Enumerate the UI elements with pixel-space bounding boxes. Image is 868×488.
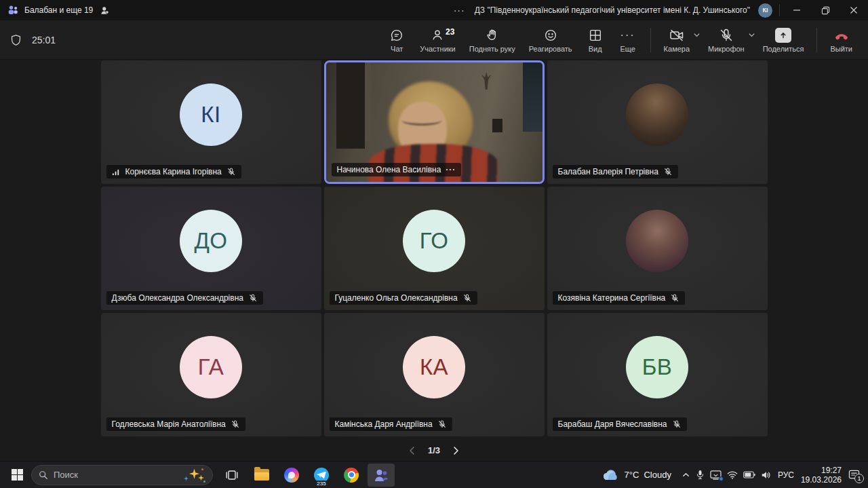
account-avatar[interactable]: КІ bbox=[758, 3, 772, 18]
participant-name: Камінська Даря Андріївна bbox=[335, 419, 433, 429]
file-explorer-icon bbox=[254, 469, 269, 481]
task-view-button[interactable] bbox=[218, 464, 245, 487]
initials-avatar: КА bbox=[403, 336, 465, 398]
initials-avatar: ДО bbox=[180, 210, 242, 272]
more-button[interactable]: ··· Еще bbox=[612, 24, 644, 56]
next-page-chevron-icon[interactable] bbox=[451, 446, 460, 455]
participant-name-pill: Гуцаленко Ольга Олександрівна bbox=[330, 291, 477, 305]
weather-condition: Cloudy bbox=[644, 470, 671, 480]
camera-button[interactable]: Камера bbox=[658, 24, 696, 56]
participant-name-pill: Балабан Валерія Петрівна bbox=[553, 165, 678, 179]
participants-label: Участники bbox=[420, 45, 456, 53]
share-label: Поделиться bbox=[763, 45, 804, 53]
camera-label: Камера bbox=[664, 45, 690, 53]
more-ellipsis-icon: ··· bbox=[620, 27, 635, 43]
participant-tile[interactable]: КІ Корнєєва Карина Ігорівна bbox=[101, 60, 321, 184]
participants-count-icon bbox=[100, 5, 110, 16]
tile-more-menu[interactable]: ··· bbox=[446, 165, 456, 174]
clock-date: 19.03.2026 bbox=[801, 475, 842, 485]
minimize-button[interactable] bbox=[783, 0, 811, 20]
participant-tile[interactable]: Козявіна Катерина Сергіївна bbox=[547, 187, 768, 310]
tray-chevron-up-icon[interactable] bbox=[682, 470, 690, 479]
mic-muted-icon bbox=[672, 419, 682, 429]
view-button[interactable]: Вид bbox=[580, 24, 611, 56]
taskbar-search[interactable] bbox=[31, 465, 213, 485]
windows-taskbar: 235 7°C Cloudy bbox=[0, 461, 868, 488]
task-view-icon bbox=[225, 468, 239, 482]
meeting-stage: КІ Корнєєва Карина Ігорівна Начинова Оле… bbox=[0, 60, 868, 461]
participant-name: Козявіна Катерина Сергіївна bbox=[558, 293, 666, 303]
start-button[interactable] bbox=[5, 464, 28, 487]
participant-name: Балабан Валерія Петрівна bbox=[558, 167, 658, 176]
window-titlebar: Балабан и еще 19 ··· ДЗ "Південноукраїнс… bbox=[0, 0, 868, 20]
participant-tile[interactable]: Балабан Валерія Петрівна bbox=[547, 60, 768, 184]
prev-page-chevron-icon[interactable] bbox=[408, 446, 417, 455]
teams-taskbar-button[interactable] bbox=[368, 464, 395, 487]
cast-active-dot bbox=[719, 476, 724, 481]
weather-widget[interactable]: 7°C Cloudy bbox=[598, 468, 675, 483]
hangup-icon bbox=[833, 27, 850, 43]
raise-hand-icon bbox=[485, 27, 500, 43]
telegram-button[interactable]: 235 bbox=[308, 464, 335, 487]
participant-tile[interactable]: КА Камінська Даря Андріївна bbox=[324, 313, 545, 436]
close-button[interactable] bbox=[840, 0, 868, 20]
clock[interactable]: 19:27 19.03.2026 bbox=[801, 466, 842, 485]
view-label: Вид bbox=[589, 45, 602, 53]
meeting-title: ДЗ "Південноукраїнський педагогічий унів… bbox=[475, 5, 750, 15]
leave-button[interactable]: Выйти bbox=[824, 24, 859, 56]
camera-off-icon bbox=[669, 27, 685, 43]
react-button[interactable]: Реагировать bbox=[523, 24, 578, 56]
raise-hand-label: Поднять руку bbox=[469, 45, 515, 53]
shield-icon bbox=[9, 33, 22, 47]
participants-icon: 23 bbox=[430, 27, 445, 43]
tray-wifi-icon[interactable] bbox=[727, 470, 738, 479]
participant-tile-active-speaker[interactable]: Начинова Олена Василівна ··· bbox=[324, 60, 545, 184]
grid-view-icon bbox=[588, 27, 603, 43]
device-controls: Камера Микрофон Поделиться bbox=[658, 24, 810, 56]
tray-cast-icon[interactable] bbox=[710, 470, 722, 480]
share-icon bbox=[775, 27, 791, 43]
language-indicator[interactable]: РУС bbox=[776, 470, 795, 480]
system-tray: РУС 19:27 19.03.2026 1 bbox=[682, 466, 863, 485]
page-indicator: 1/3 bbox=[428, 445, 440, 455]
mic-muted-icon bbox=[663, 167, 673, 176]
notification-center-button[interactable]: 1 bbox=[848, 470, 863, 481]
participant-tile[interactable]: ГО Гуцаленко Ольга Олександрівна bbox=[324, 187, 545, 310]
audio-level-icon bbox=[112, 168, 121, 176]
participant-name: Барабаш Даря Вячеславівна bbox=[558, 419, 667, 429]
participants-button[interactable]: 23 Участники bbox=[414, 24, 462, 56]
raise-hand-button[interactable]: Поднять руку bbox=[463, 24, 521, 56]
participant-name-pill: Козявіна Катерина Сергіївна bbox=[553, 291, 686, 305]
microphone-button[interactable]: Микрофон bbox=[702, 24, 751, 56]
participant-tile[interactable]: ДО Дзюба Олександра Олександрівна bbox=[101, 187, 321, 310]
tray-battery-icon[interactable] bbox=[743, 471, 755, 478]
cloud-icon bbox=[602, 469, 620, 481]
meeting-timer-group: 25:01 bbox=[9, 33, 56, 47]
telegram-unread-badge: 235 bbox=[315, 481, 328, 487]
toolbar-divider bbox=[650, 28, 651, 52]
participant-name: Годлевська Марія Анатоліївна bbox=[112, 419, 226, 429]
meeting-timer: 25:01 bbox=[32, 35, 56, 45]
share-button[interactable]: Поделиться bbox=[757, 24, 810, 56]
chrome-button[interactable] bbox=[338, 464, 365, 487]
participant-tile[interactable]: БВ Барабаш Даря Вячеславівна bbox=[547, 313, 768, 436]
titlebar-overflow-menu[interactable]: ··· bbox=[444, 5, 475, 16]
participant-tile[interactable]: ГА Годлевська Марія Анатоліївна bbox=[101, 313, 321, 436]
toolbar-center-buttons: Чат 23 Участники Поднять руку bbox=[381, 24, 643, 56]
chat-icon bbox=[389, 27, 404, 43]
mic-muted-icon bbox=[437, 419, 447, 429]
chat-button[interactable]: Чат bbox=[381, 24, 412, 56]
participants-count-badge: 23 bbox=[446, 27, 454, 37]
file-explorer-button[interactable] bbox=[248, 464, 275, 487]
tray-microphone-icon[interactable] bbox=[696, 470, 705, 480]
mic-muted-icon bbox=[462, 293, 472, 303]
copilot-button[interactable] bbox=[278, 464, 305, 487]
tray-speaker-icon[interactable] bbox=[761, 470, 771, 480]
participant-name-pill: Камінська Даря Андріївна bbox=[330, 417, 452, 431]
initials-avatar: ГО bbox=[403, 210, 465, 272]
clock-time: 19:27 bbox=[821, 466, 842, 475]
photo-avatar bbox=[626, 83, 688, 146]
participant-name-pill: Дзюба Олександра Олександрівна bbox=[106, 291, 263, 305]
search-input[interactable] bbox=[54, 470, 182, 480]
restore-button[interactable] bbox=[811, 0, 840, 20]
